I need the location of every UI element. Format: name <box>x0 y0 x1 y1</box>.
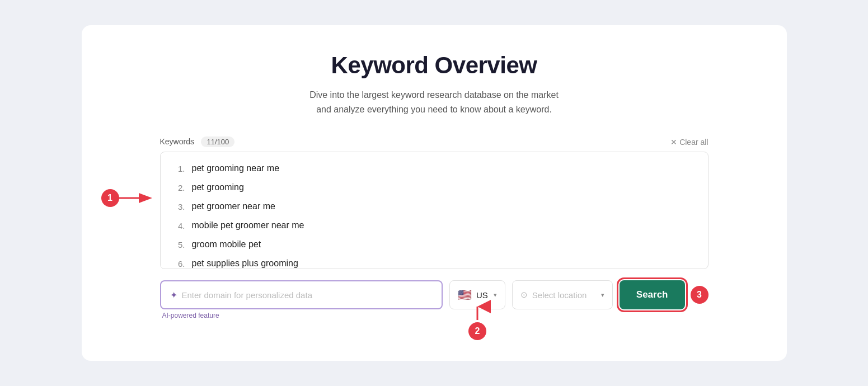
list-item: 4. mobile pet groomer near me <box>172 216 697 235</box>
keywords-count: 11/100 <box>201 136 234 147</box>
arrow-2 <box>469 304 486 321</box>
keywords-list: 1. pet grooming near me 2. pet grooming … <box>161 152 708 269</box>
sparkle-icon: ✦ <box>170 290 177 300</box>
annotation-2: 2 <box>468 322 486 340</box>
search-button[interactable]: Search <box>620 280 685 309</box>
list-item: 6. pet supplies plus grooming <box>172 254 697 269</box>
annotation-3: 3 <box>691 286 709 304</box>
page-subtitle: Dive into the largest keyword research d… <box>309 88 559 116</box>
location-placeholder: Select location <box>532 290 587 300</box>
annotation-1: 1 <box>101 189 119 207</box>
domain-input-field[interactable]: ✦ <box>160 280 443 309</box>
location-icon: ⊙ <box>520 290 528 300</box>
close-icon: ✕ <box>670 138 677 147</box>
domain-text-input[interactable] <box>182 290 433 300</box>
domain-input-wrapper: ✦ AI-powered feature <box>160 280 443 319</box>
keywords-header: Keywords 11/100 ✕ Clear all <box>160 136 709 147</box>
flag-icon: 🇺🇸 <box>458 288 472 302</box>
bottom-row: ✦ AI-powered feature 🇺🇸 US ▾ <box>160 280 709 319</box>
clear-all-button[interactable]: ✕ Clear all <box>670 138 708 147</box>
list-item: 2. pet grooming <box>172 178 697 197</box>
keywords-list-container[interactable]: 1. pet grooming near me 2. pet grooming … <box>160 152 709 269</box>
chevron-down-icon: ▾ <box>601 291 604 299</box>
country-code: US <box>476 290 488 300</box>
chevron-down-icon: ▾ <box>494 291 497 299</box>
list-item: 3. pet groomer near me <box>172 197 697 216</box>
location-select[interactable]: ⊙ Select location ▾ <box>512 280 613 309</box>
ai-powered-label: AI-powered feature <box>160 312 443 319</box>
page-title: Keyword Overview <box>331 52 537 79</box>
list-item: 5. groom mobile pet <box>172 235 697 254</box>
list-item: 1. pet grooming near me <box>172 159 697 178</box>
keywords-label: Keywords <box>160 137 194 146</box>
